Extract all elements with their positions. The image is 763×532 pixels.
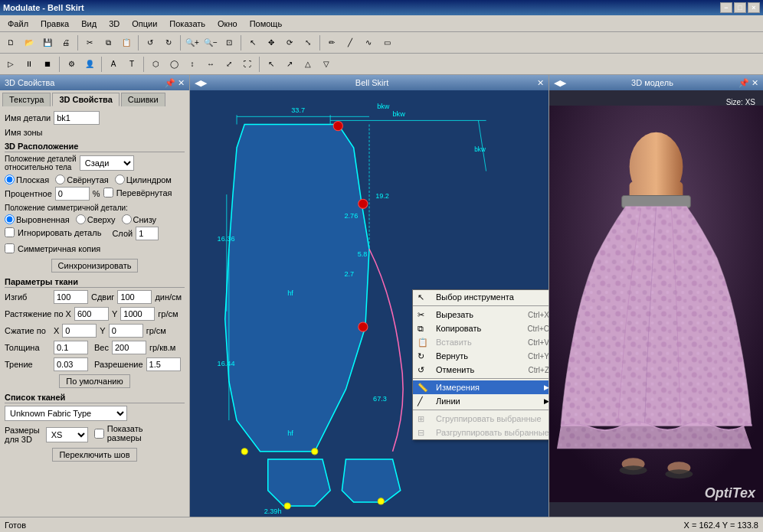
toolbar-1: 🗋 📂 💾 🖨 ✂ ⧉ 📋 ↺ ↻ 🔍+ 🔍− ⊡ ↖ ✥ ⟳ ⤡ ✏ ╱ ∿ … — [0, 32, 763, 54]
fabric-select[interactable]: Unknown Fabric Type — [5, 406, 127, 421]
tab-texture[interactable]: Текстура — [2, 93, 51, 106]
thickness-input[interactable] — [54, 341, 88, 354]
t2-btn2[interactable]: ⏸ — [21, 56, 38, 73]
aligned-radio[interactable]: Выровненная — [5, 214, 70, 224]
zoom-in-btn[interactable]: 🔍+ — [184, 34, 201, 51]
close-button[interactable]: × — [748, 2, 760, 13]
t2-btn13[interactable]: ⛶ — [239, 56, 256, 73]
scale-btn[interactable]: ⤡ — [300, 34, 316, 51]
ctx-undo[interactable]: ↺ Отменить Ctrl+Z — [413, 363, 549, 377]
line-btn[interactable]: ╱ — [342, 34, 359, 51]
menu-edit[interactable]: Правка — [34, 18, 75, 30]
resolution-input[interactable] — [146, 357, 181, 371]
t2-btn3[interactable]: ⏹ — [39, 56, 56, 73]
rotate-btn[interactable]: ⟳ — [281, 34, 298, 51]
svg-text:2.39h: 2.39h — [264, 508, 282, 515]
t2-btn16[interactable]: △ — [300, 56, 316, 73]
svg-text:bkw: bkw — [377, 103, 390, 110]
ctx-measure[interactable]: 📏 Измерения ▶ ↔ По горизонтали ↕ По верт… — [413, 380, 549, 394]
select-btn[interactable]: ↖ — [244, 34, 261, 51]
menu-show[interactable]: Показать — [163, 18, 211, 30]
tab-3d-props[interactable]: 3D Свойства — [52, 93, 119, 106]
open-btn[interactable]: 📂 — [21, 34, 38, 51]
t2-btn4[interactable]: ⚙ — [63, 56, 80, 73]
stretch-x-input[interactable] — [74, 307, 109, 321]
cylinder-radio[interactable]: Цилиндром — [115, 175, 172, 184]
maximize-button[interactable]: □ — [734, 2, 746, 13]
switch-seam-btn[interactable]: Переключить шов — [52, 448, 136, 462]
center-title-close[interactable]: ✕ — [537, 78, 544, 88]
weight-input[interactable] — [112, 341, 146, 354]
t2-btn14[interactable]: ↖ — [263, 56, 280, 73]
weight-label: Вес — [94, 343, 109, 352]
menu-window[interactable]: Окно — [211, 18, 244, 30]
t2-btn9[interactable]: ◯ — [165, 56, 182, 73]
minimize-button[interactable]: − — [720, 2, 732, 13]
zoom-fit-btn[interactable]: ⊡ — [221, 34, 237, 51]
t2-btn7[interactable]: T — [123, 56, 140, 73]
t2-btn5[interactable]: 👤 — [81, 56, 98, 73]
sym-copy-check[interactable]: Симметричная копия — [5, 243, 100, 253]
compress-y-input[interactable] — [109, 324, 143, 338]
layer-input[interactable] — [136, 227, 159, 240]
menu-help[interactable]: Помощь — [244, 18, 289, 30]
t2-btn10[interactable]: ↕ — [184, 56, 201, 73]
t2-btn6[interactable]: A — [105, 56, 122, 73]
compress-unit: гр/см — [146, 326, 166, 335]
sync-btn[interactable]: Синхронизировать — [51, 259, 139, 273]
paste-btn[interactable]: 📋 — [118, 34, 135, 51]
menu-view[interactable]: Вид — [75, 18, 103, 30]
t2-btn1[interactable]: ▷ — [2, 56, 19, 73]
ctx-group[interactable]: ⊞ Сгруппировать выбранные — [413, 412, 549, 426]
undo-icon: ↺ — [418, 365, 424, 375]
zoom-out-btn[interactable]: 🔍− — [202, 34, 219, 51]
compress-x-input[interactable] — [62, 324, 97, 338]
cut-btn[interactable]: ✂ — [81, 34, 98, 51]
shift-input[interactable] — [117, 290, 152, 304]
position-select[interactable]: Сзади Спереди — [80, 155, 134, 171]
bend-input[interactable] — [54, 290, 88, 304]
redo-btn[interactable]: ↻ — [160, 34, 177, 51]
inverted-check[interactable]: Перевёрнутая — [103, 188, 172, 197]
curved-radio[interactable]: Свёрнутая — [55, 175, 109, 184]
flat-radio[interactable]: Плоская — [5, 175, 49, 184]
bottom-radio[interactable]: Снизу — [122, 214, 157, 224]
copy-btn[interactable]: ⧉ — [100, 34, 116, 51]
pattern-area[interactable]: 33.7 bkw 16.36 2.76 19.2 2.7 — [190, 90, 549, 517]
print-btn[interactable]: 🖨 — [57, 34, 74, 51]
t2-btn12[interactable]: ⤢ — [221, 56, 237, 73]
t2-btn11[interactable]: ↔ — [202, 56, 219, 73]
top-radio[interactable]: Сверху — [76, 214, 116, 224]
tab-seams[interactable]: Сшивки — [121, 93, 165, 106]
ctx-redo[interactable]: ↻ Вернуть Ctrl+Y — [413, 349, 549, 363]
default-btn[interactable]: По умолчанию — [59, 374, 129, 388]
new-btn[interactable]: 🗋 — [2, 34, 19, 51]
ctx-copy[interactable]: ⧉ Копировать Ctrl+C — [413, 321, 549, 335]
svg-text:hf: hf — [287, 429, 293, 437]
t2-btn17[interactable]: ▽ — [318, 56, 335, 73]
ctx-cut[interactable]: ✂ Вырезать Ctrl+X — [413, 308, 549, 321]
ignore-check[interactable]: Игнорировать деталь — [5, 227, 101, 237]
stretch-y-input[interactable] — [120, 307, 155, 321]
undo-btn[interactable]: ↺ — [142, 34, 159, 51]
pen-btn[interactable]: ✏ — [323, 34, 340, 51]
right-title-pin[interactable]: 📌 ✕ — [738, 78, 758, 88]
curve-btn[interactable]: ∿ — [360, 34, 377, 51]
menu-file[interactable]: Файл — [2, 18, 34, 30]
ctx-paste[interactable]: 📋 Вставить Ctrl+V — [413, 335, 549, 349]
ctx-select-tool[interactable]: ↖ Выбор инструмента — [413, 290, 549, 304]
percent-input[interactable] — [55, 187, 90, 201]
ctx-lines[interactable]: ╱ Линии ▶ — [413, 394, 549, 408]
rect-btn[interactable]: ▭ — [378, 34, 395, 51]
t2-btn8[interactable]: ⬡ — [147, 56, 164, 73]
menu-options[interactable]: Опции — [126, 18, 163, 30]
show-sizes-check[interactable]: Показатьразмеры — [94, 424, 143, 442]
part-name-input[interactable] — [54, 111, 100, 125]
ctx-ungroup[interactable]: ⊟ Разгруппировать выбранные — [413, 426, 549, 439]
move-btn[interactable]: ✥ — [263, 34, 280, 51]
friction-input[interactable] — [54, 357, 88, 371]
save-btn[interactable]: 💾 — [39, 34, 56, 51]
size-select[interactable]: XS S M L — [46, 427, 88, 442]
t2-btn15[interactable]: ↗ — [281, 56, 298, 73]
menu-3d[interactable]: 3D — [103, 18, 126, 30]
